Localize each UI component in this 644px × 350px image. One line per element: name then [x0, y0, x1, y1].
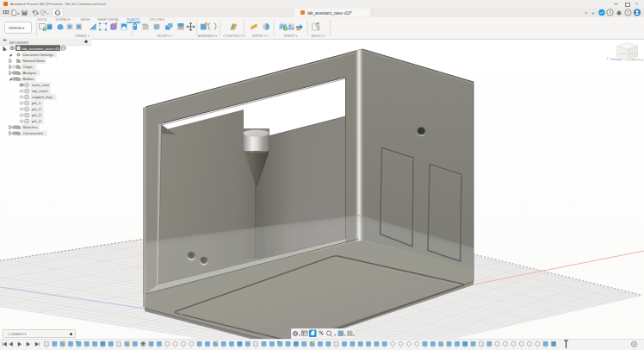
svg-text:Z: Z — [607, 56, 610, 60]
svg-text:SELECT ▾: SELECT ▾ — [311, 34, 325, 38]
svg-text:×: × — [585, 10, 587, 16]
svg-text:Analysis: Analysis — [23, 71, 37, 75]
svg-text:MESH: MESH — [81, 18, 90, 22]
svg-text:▾: ▾ — [344, 333, 346, 337]
svg-text:?: ? — [627, 10, 629, 16]
svg-text:lab_assistant_case v10*: lab_assistant_case v10* — [307, 11, 352, 16]
svg-text:SURFACE: SURFACE — [55, 18, 71, 22]
svg-text:RIGHT: RIGHT — [629, 53, 636, 55]
svg-text:UTILITIES: UTILITIES — [149, 18, 164, 22]
svg-text:Construction: Construction — [23, 131, 44, 135]
svg-text:▾: ▾ — [18, 11, 20, 16]
svg-text:▾: ▾ — [47, 11, 49, 16]
svg-text:Bodies: Bodies — [23, 77, 34, 81]
svg-text:Document Settings: Document Settings — [23, 53, 53, 57]
svg-text:▾: ▾ — [37, 11, 39, 16]
svg-text:MODIFY ▾: MODIFY ▾ — [158, 34, 172, 38]
svg-text:pin_1: pin_1 — [32, 101, 41, 105]
svg-text:pin_2: pin_2 — [32, 107, 41, 111]
svg-text:FRONT: FRONT — [619, 53, 627, 55]
svg-text:Named Views: Named Views — [23, 59, 46, 63]
svg-text:X: X — [641, 58, 644, 62]
svg-text:Origin: Origin — [23, 65, 34, 69]
svg-text:INSERT ▾: INSERT ▾ — [284, 34, 298, 38]
svg-text:DESIGN ▾: DESIGN ▾ — [9, 26, 24, 30]
svg-text:Sketches: Sketches — [23, 125, 38, 129]
svg-text:lab_assistant_case v10: lab_assistant_case v10 — [22, 47, 60, 51]
svg-text:pin_3: pin_3 — [32, 113, 41, 117]
svg-text:BROWSER: BROWSER — [9, 41, 28, 45]
svg-text:+: + — [591, 10, 595, 16]
svg-text:▾: ▾ — [353, 333, 355, 337]
svg-text:ASSEMBLE ▾: ASSEMBLE ▾ — [198, 34, 217, 38]
svg-text:▾: ▾ — [334, 333, 336, 337]
svg-text:INSPECT ▾: INSPECT ▾ — [252, 34, 269, 38]
svg-text:support_legs: support_legs — [32, 95, 53, 99]
svg-text:top_cover: top_cover — [32, 89, 48, 93]
svg-text:▾: ▾ — [299, 333, 300, 337]
svg-text:SHEET METAL: SHEET METAL — [97, 18, 119, 22]
svg-text:pin_4: pin_4 — [32, 119, 41, 123]
svg-text:PLASTIC: PLASTIC — [127, 18, 140, 22]
svg-text:SOLID: SOLID — [37, 18, 46, 22]
svg-text:main_case: main_case — [32, 83, 50, 87]
svg-text:CONSTRUCT ▾: CONSTRUCT ▾ — [223, 34, 245, 38]
